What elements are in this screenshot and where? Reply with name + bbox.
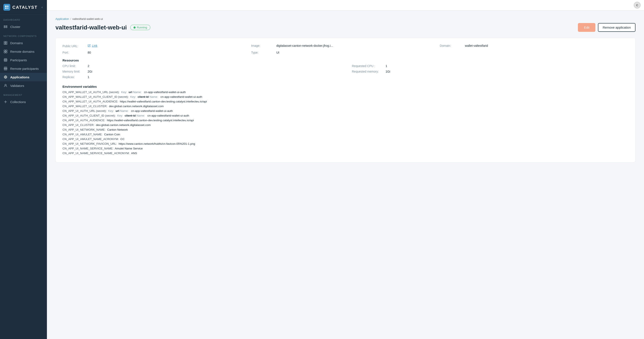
sidebar-item-label-collections: Collections (10, 100, 26, 104)
sidebar-item-label-remote-domains: Remote domains (10, 50, 34, 53)
env-part-value: cn-app-valtestfarid-wallet-ui-auth (130, 109, 173, 113)
env-var-row: CN_APP_WALLET_UI_CLUSTER: dev.global.can… (62, 105, 628, 108)
sidebar-item-cluster[interactable]: Cluster (0, 23, 47, 31)
cpu-limit-row: CPU limit: 2 (62, 64, 339, 68)
content-area: Application / valtestfarid-wallet-web-ui… (47, 11, 644, 339)
top-info-grid: Public URL: Link Image: digitalasset-can… (62, 44, 628, 48)
public-url-cell: Public URL: Link (62, 44, 251, 48)
svg-rect-9 (6, 42, 7, 43)
sidebar-item-remote-domains[interactable]: Remote domains (0, 47, 47, 56)
env-var-key: CN_APP_UI_AMULET_NAME_ACRONYM: (62, 138, 119, 141)
type-cell: Type: UI (251, 51, 440, 54)
logo-text: CATALYST (12, 5, 38, 10)
env-part-value: Canton Coin (104, 133, 120, 136)
env-part-label: Name: (119, 109, 129, 113)
breadcrumb: Application / valtestfarid-wallet-web-ui (56, 17, 636, 21)
env-part-label: Key: (130, 95, 137, 98)
svg-rect-3 (7, 8, 8, 9)
sidebar-item-participants[interactable]: Participants (0, 56, 47, 64)
env-var-row: CN_APP_UI_AUTH_CLIENT_ID (secret): Key: … (62, 114, 628, 117)
public-url-value[interactable]: Link (92, 44, 98, 47)
cluster-icon (4, 25, 8, 29)
env-part-value: ANS (130, 152, 137, 155)
sidebar: CATALYST ‹ Dashboard Cluster Network com… (0, 0, 47, 339)
env-vars-list: CN_APP_WALLET_UI_AUTH_URL (secret): Key:… (62, 91, 628, 155)
applications-icon (4, 75, 8, 79)
sidebar-item-applications[interactable]: Applications (0, 73, 47, 81)
requested-memory-label: Requested memory: (352, 70, 384, 73)
page-header: valtestfarid-wallet-web-ui Running Edit … (56, 23, 636, 32)
cpu-limit-label: CPU limit: (62, 64, 86, 68)
image-cell: Image: digitalasset-canton-network-docke… (251, 44, 440, 48)
svg-rect-15 (6, 52, 7, 53)
sidebar-header: CATALYST ‹ (0, 0, 47, 15)
env-part-value: dev.global.canton.network.digitalasset.c… (95, 123, 150, 127)
env-var-key: CN_APP_UI_NETWORK_NAME: (62, 128, 106, 131)
env-var-row: CN_APP_WALLET_UI_AUTH_CLIENT_ID (secret)… (62, 95, 628, 98)
sidebar-item-collections[interactable]: Collections (0, 98, 47, 106)
requested-memory-row: Requested memory: 1Gi (352, 70, 628, 73)
memory-limit-label: Memory limit: (62, 70, 86, 73)
domain-value: wallet-valtestfarid (465, 44, 488, 47)
env-part-value-bold: client-id (125, 114, 136, 117)
sidebar-item-label-domains: Domains (10, 41, 23, 45)
resources-grid: CPU limit: 2 Memory limit: 2Gi Replicas:… (62, 64, 628, 81)
env-var-row: CN_APP_UI_NAME_SERVICE_NAME_ACRONYM: ANS (62, 152, 628, 155)
env-part-value: cn-app-valtestfarid-wallet-ui-auth (143, 91, 186, 94)
svg-rect-11 (6, 43, 7, 44)
svg-rect-4 (4, 26, 5, 27)
domains-icon (4, 41, 8, 45)
env-part-value: https://wallet-valtestfarid.canton-dev.t… (119, 100, 207, 103)
sidebar-item-validators[interactable]: Validators (0, 81, 47, 90)
svg-rect-16 (4, 59, 7, 60)
detail-card: Public URL: Link Image: digitalasset-can… (56, 38, 636, 162)
user-avatar[interactable]: C (634, 2, 640, 9)
memory-limit-row: Memory limit: 2Gi (62, 70, 339, 73)
sidebar-item-label-remote-participants: Remote participants (10, 67, 38, 71)
domain-label: Domain: (440, 44, 463, 47)
replicas-row: Replicas: 1 (62, 75, 339, 79)
section-label-dashboard: Dashboard (0, 15, 47, 23)
env-part-value: CC (120, 138, 124, 141)
collapse-button[interactable]: ‹ (41, 5, 44, 10)
env-var-key: CN_APP_WALLET_UI_AUTH_CLIENT_ID (secret)… (62, 95, 128, 98)
env-var-key: CN_APP_UI_NAME_SERVICE_NAME: (62, 147, 113, 150)
env-var-row: CN_APP_UI_AMULET_NAME: Canton Coin (62, 133, 628, 136)
remote-participants-icon (4, 66, 8, 71)
status-dot (134, 27, 136, 29)
edit-button[interactable]: Edit (578, 23, 596, 32)
env-part-value: Canton Network (106, 128, 128, 131)
cpu-limit-value: 2 (88, 64, 89, 68)
svg-rect-6 (6, 26, 7, 27)
type-label: Type: (251, 51, 275, 54)
env-part-label: Name: (132, 91, 142, 94)
public-url-label: Public URL: (62, 44, 86, 48)
breadcrumb-link[interactable]: Application (56, 17, 69, 21)
env-var-row: CN_APP_UI_NAME_SERVICE_NAME: Amulet Name… (62, 147, 628, 150)
svg-rect-21 (4, 69, 7, 69)
env-var-row: CN_APP_WALLET_UI_AUTH_URL (secret): Key:… (62, 91, 628, 94)
sidebar-item-label-cluster: Cluster (10, 25, 20, 29)
page-title: valtestfarid-wallet-web-ui (56, 24, 127, 31)
env-part-value: https://wallet-valtestfarid.canton-dev.t… (106, 119, 194, 122)
remove-application-button[interactable]: Remove application (598, 23, 636, 32)
sidebar-item-remote-participants[interactable]: Remote participants (0, 64, 47, 73)
env-var-row: CN_APP_UI_NETWORK_FAVICON_URL: https://w… (62, 142, 628, 145)
env-part-value: dev.global.canton.network.digitalasset.c… (108, 105, 164, 108)
resources-left: CPU limit: 2 Memory limit: 2Gi Replicas:… (62, 64, 339, 81)
env-var-row: CN_APP_UI_AMULET_NAME_ACRONYM: CC (62, 138, 628, 141)
env-title: Environment variables (62, 85, 628, 88)
empty-cell (440, 51, 628, 54)
env-var-key: CN_APP_UI_AUTH_URL (secret): (62, 109, 106, 113)
env-part-value-bold: url (116, 109, 119, 113)
sidebar-item-domains[interactable]: Domains (0, 39, 47, 47)
svg-rect-17 (4, 60, 7, 61)
breadcrumb-separator: / (70, 17, 71, 21)
replicas-value: 1 (88, 75, 89, 79)
logo-icon (4, 4, 10, 11)
svg-rect-13 (6, 50, 7, 51)
breadcrumb-current: valtestfarid-wallet-web-ui (72, 17, 103, 21)
resources-right: Requested CPU : 1 Requested memory: 1Gi (352, 64, 628, 81)
env-var-row: CN_APP_UI_NETWORK_NAME: Canton Network (62, 128, 628, 131)
svg-rect-10 (4, 43, 5, 44)
